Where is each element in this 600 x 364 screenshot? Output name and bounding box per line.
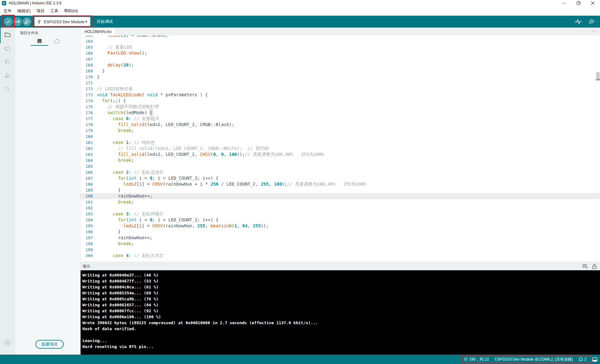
overview-ruler-mark xyxy=(596,79,600,80)
toggle-panel-button[interactable] xyxy=(592,357,597,362)
code-line: 181 case 1: // 纯白色 xyxy=(81,140,600,145)
arduino-ide-window: ∞ HOLOMAIN | Arduino IDE 2.3.6 文件编辑(E)项目… xyxy=(0,0,600,364)
sidebar-item-search[interactable] xyxy=(0,82,15,96)
line-number: 180 xyxy=(81,134,97,140)
line-number: 173 xyxy=(81,92,97,98)
account-icon xyxy=(4,339,11,346)
tab-more-actions[interactable]: ··· xyxy=(591,28,597,35)
line-number: 168 xyxy=(81,62,97,68)
debug-icon xyxy=(24,18,30,25)
menu-item[interactable]: 项目 xyxy=(34,6,47,16)
line-number: 167 xyxy=(81,56,97,62)
annotation-box-board-selector xyxy=(33,15,92,27)
sidebar-item-sketchbook[interactable] xyxy=(0,28,15,41)
output-panel-title: 输出 xyxy=(83,264,90,269)
console-line: Writing at 0x0004c0ca... (61 %) xyxy=(82,284,600,290)
code-line: 164 xyxy=(81,38,600,44)
code-line: 194 for(int i = 0; i < LED_COUNT_2; i++)… xyxy=(81,217,600,223)
line-number: 194 xyxy=(81,217,97,223)
line-number: 177 xyxy=(81,116,97,122)
code-line: 196 } xyxy=(81,229,600,235)
start-debug-label[interactable]: 开始调试 xyxy=(97,16,113,28)
code-line: 173void TaskLED2code( void * pvParameter… xyxy=(81,92,600,98)
sidebar-panel: 项目文件夹 新建项目 xyxy=(15,28,81,355)
minimize-button[interactable] xyxy=(557,0,571,6)
window-title: HOLOMAIN | Arduino IDE 2.3.6 xyxy=(9,1,61,5)
arduino-logo-icon: ∞ xyxy=(2,1,6,5)
line-number: 190 xyxy=(81,193,97,199)
console-line: Writing at 0x00062657... (84 %) xyxy=(82,302,600,308)
code-line: 188 leds2[i] = CHSV(rainbowHue + i * 256… xyxy=(81,181,600,187)
line-number: 166 xyxy=(81,50,97,56)
line-number: 188 xyxy=(81,181,97,187)
code-line: 168 delay(20); xyxy=(81,62,600,68)
code-editor[interactable]: 163 leds3[0] = CRGB::Black;164165 // 更新L… xyxy=(81,35,600,262)
code-line: 197 rainbowHue++; xyxy=(81,235,600,241)
line-number: 163 xyxy=(81,35,97,38)
new-project-button[interactable]: 新建项目 xyxy=(35,340,64,349)
console-line: Writing at 0x00040e37... (46 %) xyxy=(82,272,600,278)
folder-icon xyxy=(4,31,11,38)
output-console[interactable]: Writing at 0x00040e37... (46 %)Writing a… xyxy=(81,270,600,355)
code-line: 176 switch(ledMode) { xyxy=(81,110,600,116)
restore-button[interactable] xyxy=(571,0,586,6)
account-button[interactable] xyxy=(0,336,15,350)
menu-item[interactable]: 文件 xyxy=(1,6,14,16)
serial-monitor-icon[interactable] xyxy=(587,18,596,25)
debug-button[interactable] xyxy=(23,17,31,26)
line-number: 185 xyxy=(81,163,97,169)
console-line: Writing at 0x0006e180... (100 %) xyxy=(82,314,600,320)
computer-icon xyxy=(36,38,43,44)
code-line: 178 fill_solid(leds2, LED_COUNT_2, CRGB:… xyxy=(81,122,600,128)
line-number: 174 xyxy=(81,98,97,104)
editor-tab-holomain[interactable]: HOLOMAIN.ino xyxy=(81,28,115,35)
window-controls xyxy=(557,0,600,6)
line-number: 200 xyxy=(81,253,97,259)
serial-plotter-icon[interactable] xyxy=(574,18,582,25)
line-number: 170 xyxy=(81,74,97,80)
console-line: Writing at 0x00067fcc... (92 %) xyxy=(82,308,600,314)
code-lines: 163 leds3[0] = CRGB::Black;164165 // 更新L… xyxy=(81,35,600,259)
sidebar-item-boards-manager[interactable] xyxy=(0,41,15,55)
code-line: 195 leds2[i] = CHSV(rainbowHue, 255, bea… xyxy=(81,223,600,229)
code-line: 189 } xyxy=(81,187,600,193)
code-line: 165 // 更新LED xyxy=(81,44,600,50)
code-line: 169 } xyxy=(81,68,600,74)
annotation-box-verify xyxy=(2,15,15,28)
menu-item[interactable]: 工具 xyxy=(47,6,61,16)
editor-column: HOLOMAIN.ino ··· 163 leds3[0] = CRGB::Bl… xyxy=(81,28,600,355)
activity-bar xyxy=(0,28,15,355)
code-line: 171 xyxy=(81,80,600,86)
console-lines: Writing at 0x00040e37... (46 %)Writing a… xyxy=(82,272,600,350)
code-line: 180 xyxy=(81,134,600,140)
annotation-box-status xyxy=(461,355,592,363)
code-line: 177 case 0: // 全部熄灭 xyxy=(81,116,600,122)
code-line: 163 leds3[0] = CRGB::Black; xyxy=(81,35,600,38)
cloud-icon xyxy=(53,38,61,45)
tab-cloud-sketchbook[interactable] xyxy=(48,37,66,46)
code-line: 182 // fill_solid(leds2, LED_COUNT_2, CR… xyxy=(81,145,600,151)
menu-item[interactable]: 编辑(E) xyxy=(14,6,34,16)
sidebar-item-debugger[interactable] xyxy=(0,69,15,82)
line-number: 199 xyxy=(81,247,97,253)
line-number: 175 xyxy=(81,104,97,110)
tab-local-sketchbook[interactable] xyxy=(31,37,48,46)
scrollbar-track xyxy=(596,35,596,262)
code-line: 193 case 3: // 彩虹呼吸灯 xyxy=(81,211,600,217)
sidebar-item-library-manager[interactable] xyxy=(0,55,15,69)
code-line: 184 break; xyxy=(81,157,600,163)
code-line: 186 case 2: // 彩虹流水灯 xyxy=(81,169,600,175)
code-line: 185 xyxy=(81,163,600,169)
line-number: 189 xyxy=(81,187,97,193)
sidebar-header: 项目文件夹 xyxy=(20,30,39,36)
line-number: 187 xyxy=(81,175,97,181)
clear-output-icon[interactable] xyxy=(582,264,588,269)
main-region: 项目文件夹 新建项目 HOLOM xyxy=(0,28,600,355)
line-number: 165 xyxy=(81,44,97,50)
code-line: 166 FastLED.show(); xyxy=(81,50,600,56)
code-line: 199 xyxy=(81,247,600,253)
close-button[interactable] xyxy=(586,0,600,6)
menu-item[interactable]: 帮助(H) xyxy=(61,6,81,16)
code-line: 175 // 根据不同模式控制灯带 xyxy=(81,104,600,110)
unlock-autoscroll-icon[interactable] xyxy=(592,263,597,269)
